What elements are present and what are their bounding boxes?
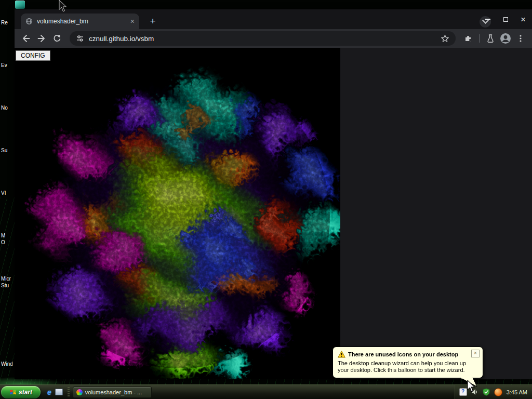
task-favicon <box>76 389 83 395</box>
volume-render <box>15 48 340 379</box>
reload-button[interactable] <box>50 31 64 46</box>
balloon-title: There are unused icons on your desktop <box>348 351 458 357</box>
quick-launch: e <box>44 389 66 396</box>
extensions-button[interactable] <box>461 31 475 46</box>
start-label: start <box>19 389 32 396</box>
profile-button[interactable] <box>499 32 512 45</box>
tab-close-icon[interactable]: × <box>130 18 135 25</box>
internet-explorer-icon[interactable]: e <box>47 389 51 396</box>
globe-favicon <box>25 18 33 25</box>
url-text: cznull.github.io/vsbm <box>89 35 436 43</box>
browser-toolbar: cznull.github.io/vsbm <box>15 29 532 48</box>
desktop-icon-label[interactable]: Micr <box>1 276 15 282</box>
desktop: Re Ev No Su VI M O Micr Stu Wind volumes… <box>0 0 532 399</box>
help-icon[interactable]: ? <box>459 388 467 396</box>
new-tab-button[interactable]: + <box>147 15 159 28</box>
desktop-icon-label[interactable]: Stu <box>1 283 15 288</box>
balloon-box: There are unused icons on your desktop ×… <box>332 347 483 378</box>
browser-tab[interactable]: volumeshader_bm × <box>21 14 139 29</box>
three-dot-menu-icon <box>516 34 525 43</box>
avatar-icon <box>499 32 512 45</box>
desktop-icon-label[interactable]: No <box>1 105 15 111</box>
bookmark-star-icon[interactable] <box>441 34 449 43</box>
puzzle-icon <box>463 34 473 43</box>
back-button[interactable] <box>19 31 33 46</box>
tray-clock[interactable]: 3:45 AM <box>507 389 527 395</box>
taskbar: start e volumeshader_bm - ... ? 3:45 AM <box>0 384 532 399</box>
warning-icon <box>338 351 345 358</box>
desktop-icon-label[interactable]: O <box>1 240 15 245</box>
desktop-icon-label[interactable]: VI <box>1 190 15 196</box>
site-info-icon[interactable] <box>76 34 84 43</box>
address-bar[interactable]: cznull.github.io/vsbm <box>70 31 456 46</box>
desktop-icon-label[interactable]: Ev <box>1 62 15 68</box>
maximize-icon <box>503 17 508 22</box>
desktop-shortcut-icon[interactable] <box>15 1 25 9</box>
show-desktop-icon[interactable] <box>55 389 63 395</box>
task-button[interactable]: volumeshader_bm - ... <box>73 387 152 398</box>
alert-status-icon[interactable] <box>494 388 502 396</box>
webgl-canvas[interactable]: CONFIG <box>15 48 340 379</box>
tab-strip: volumeshader_bm × + × <box>15 9 532 29</box>
page-content: CONFIG <box>15 48 532 379</box>
forward-button[interactable] <box>34 31 49 46</box>
menu-button[interactable] <box>513 31 528 46</box>
toolbar-separator <box>479 34 480 43</box>
browser-window: volumeshader_bm × + × <box>15 9 532 379</box>
balloon-header: There are unused icons on your desktop <box>338 351 478 358</box>
desktop-icon-label[interactable]: Re <box>1 20 15 25</box>
close-button[interactable]: × <box>514 9 532 29</box>
notification-balloon[interactable]: There are unused icons on your desktop ×… <box>332 347 483 378</box>
minimize-icon <box>485 19 490 20</box>
mouse-cursor <box>58 0 68 12</box>
taskbar-grip <box>68 387 70 397</box>
mouse-cursor <box>467 380 476 393</box>
arrow-right-icon <box>36 33 47 44</box>
desktop-icon-label[interactable]: M <box>1 233 15 238</box>
tab-title: volumeshader_bm <box>37 18 126 25</box>
minimize-button[interactable] <box>479 9 497 29</box>
task-button-label: volumeshader_bm - ... <box>85 389 148 395</box>
balloon-close-button[interactable]: × <box>471 350 480 357</box>
page-background <box>340 48 532 379</box>
config-button[interactable]: CONFIG <box>16 50 50 61</box>
close-icon: × <box>521 15 526 24</box>
balloon-body: The desktop cleanup wizard can help you … <box>338 360 478 374</box>
start-button[interactable]: start <box>1 386 41 398</box>
window-controls: × <box>479 9 532 29</box>
reload-icon <box>52 33 62 44</box>
maximize-button[interactable] <box>497 9 514 29</box>
desktop-icon-label[interactable]: Wind <box>1 361 15 367</box>
windows-flag-icon <box>9 389 17 396</box>
desktop-icon-label[interactable]: Su <box>1 148 15 153</box>
flask-icon <box>486 34 495 43</box>
arrow-left-icon <box>21 33 31 44</box>
experiments-button[interactable] <box>483 31 498 46</box>
shield-icon[interactable] <box>483 388 490 396</box>
